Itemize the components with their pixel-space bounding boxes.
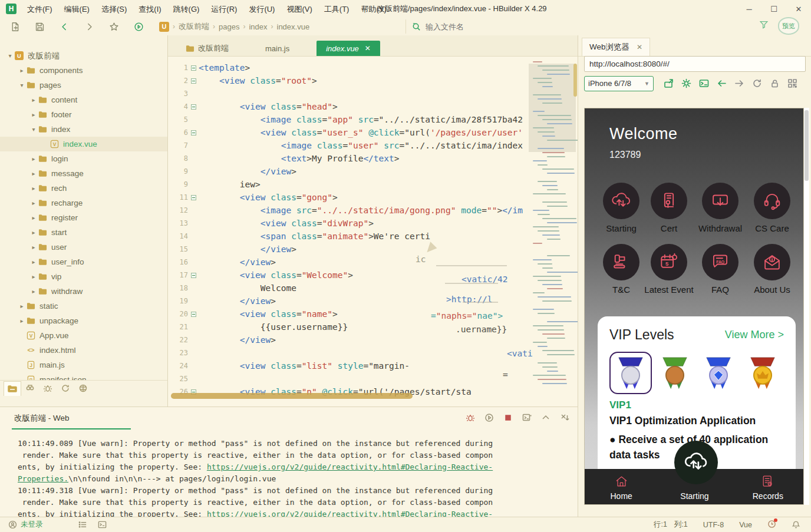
- close-tab-icon[interactable]: ✕: [637, 43, 642, 51]
- fold-marker[interactable]: [188, 104, 199, 110]
- collapse-panel-icon[interactable]: [541, 413, 550, 422]
- expand-arrow-icon[interactable]: ▸: [29, 288, 38, 295]
- fold-marker[interactable]: [188, 65, 199, 71]
- expand-arrow-icon[interactable]: ▸: [29, 200, 38, 206]
- tree-item-message[interactable]: ▸message: [0, 166, 168, 181]
- code-line[interactable]: 2 <view class="root">: [168, 74, 533, 87]
- code-line[interactable]: 5 <image class="app" src="../../static/i…: [168, 113, 533, 126]
- notifications-bell-icon[interactable]: [792, 520, 800, 529]
- breadcrumb-segment[interactable]: pages: [216, 22, 242, 31]
- code-line[interactable]: 24 <view class="list" style="margin-: [168, 359, 533, 372]
- code-line[interactable]: 11 <view class="gong">: [168, 191, 533, 204]
- code-line[interactable]: 8 <text>My Profile</text>: [168, 152, 533, 165]
- menu-item[interactable]: 视图(V): [281, 2, 318, 16]
- code-line[interactable]: 4 <view class="head">: [168, 100, 533, 113]
- code-line[interactable]: 15 </view>: [168, 243, 533, 256]
- code-line[interactable]: 7 <image class="user" src="../../static/…: [168, 139, 533, 152]
- editor-tab-main.js[interactable]: main.js: [256, 41, 299, 56]
- expand-arrow-icon[interactable]: ▸: [29, 97, 38, 103]
- tree-item-main.js[interactable]: Jmain.js: [0, 358, 168, 372]
- expand-arrow-icon[interactable]: ▸: [29, 214, 38, 221]
- tree-item-login[interactable]: ▸login: [0, 151, 168, 166]
- code-line[interactable]: 1<template>: [168, 61, 533, 74]
- language-mode[interactable]: Vue: [739, 521, 752, 529]
- starting-fab-button[interactable]: [674, 441, 718, 484]
- tree-item-rech[interactable]: ▸rech: [0, 181, 168, 196]
- editor-vertical-scrollbar[interactable]: [573, 64, 577, 97]
- code-line[interactable]: 6 <view class="user_s" @click="url('/pag…: [168, 126, 533, 139]
- expand-arrow-icon[interactable]: ▸: [18, 67, 26, 74]
- menu-item[interactable]: 运行(R): [205, 2, 243, 16]
- grid-circle[interactable]: [754, 183, 790, 219]
- code-line[interactable]: 12 <image src="../../static/ima/gong.png…: [168, 204, 533, 217]
- minimap[interactable]: [530, 61, 574, 401]
- tree-item--[interactable]: ▾U改版前端: [0, 48, 168, 63]
- search-view-icon[interactable]: [21, 381, 39, 396]
- fold-marker[interactable]: [188, 130, 199, 136]
- save-button[interactable]: [29, 19, 50, 34]
- tree-item-content[interactable]: ▸content: [0, 92, 168, 107]
- code-line[interactable]: 23: [168, 346, 533, 359]
- grid-item-Withdrawal[interactable]: Withdrawal: [694, 183, 746, 234]
- grid-item-Starting[interactable]: Starting: [595, 183, 647, 234]
- expand-arrow-icon[interactable]: ▾: [6, 52, 14, 59]
- menu-item[interactable]: 跳转(G): [167, 2, 206, 16]
- files-view-icon[interactable]: [4, 381, 21, 396]
- file-search[interactable]: [406, 19, 758, 34]
- debug-icon[interactable]: [466, 413, 475, 422]
- navigate-back-icon[interactable]: [713, 76, 730, 91]
- console-link[interactable]: https://vuejs.org/v2/guide/reactivity.ht…: [207, 462, 493, 471]
- tree-item-pages[interactable]: ▾pages: [0, 78, 168, 92]
- expand-arrow-icon[interactable]: ▸: [29, 273, 38, 280]
- editor-horizontal-scrollbar[interactable]: [168, 392, 578, 399]
- expand-arrow-icon[interactable]: ▾: [18, 82, 26, 88]
- console-tab[interactable]: 改版前端 - Web: [14, 413, 70, 424]
- grid-item-T-C[interactable]: T&C: [595, 244, 647, 296]
- expand-arrow-icon[interactable]: ▸: [29, 111, 38, 118]
- minimize-button[interactable]: ─: [737, 0, 761, 18]
- tree-item-register[interactable]: ▸register: [0, 210, 168, 225]
- code-lines[interactable]: 1<template>2 <view class="root">34 <view…: [168, 61, 533, 398]
- expand-arrow-icon[interactable]: ▾: [29, 126, 38, 133]
- close-button[interactable]: ✕: [786, 0, 811, 18]
- tree-item-manifest.json[interactable]: {}manifest.json: [0, 372, 168, 380]
- expand-arrow-icon[interactable]: ▸: [29, 229, 38, 236]
- forward-button[interactable]: [79, 19, 99, 34]
- menu-item[interactable]: 查找(I): [133, 2, 167, 16]
- tree-item-components[interactable]: ▸components: [0, 63, 168, 78]
- vip-medal-3[interactable]: [697, 352, 740, 394]
- tree-item-App.vue[interactable]: VApp.vue: [0, 328, 168, 343]
- menu-item[interactable]: 发行(U): [243, 2, 281, 16]
- sync-view-icon[interactable]: [57, 381, 74, 396]
- grid-circle[interactable]: [702, 183, 739, 219]
- menu-item[interactable]: 编辑(E): [58, 2, 95, 16]
- code-line[interactable]: 9 </view>: [168, 165, 533, 178]
- restart-icon[interactable]: [484, 413, 494, 422]
- login-status[interactable]: 未登录: [8, 520, 43, 530]
- vip-medal-2[interactable]: [654, 352, 696, 394]
- grid-circle[interactable]: [754, 244, 790, 280]
- code-line[interactable]: 3: [168, 87, 533, 100]
- expand-arrow-icon[interactable]: ▸: [29, 244, 38, 250]
- grid-item-About-Us[interactable]: About Us: [746, 244, 798, 296]
- menu-item[interactable]: 工具(T): [318, 2, 355, 16]
- filter-funnel-icon[interactable]: [759, 20, 769, 32]
- tree-item-index.html[interactable]: <>index.html: [0, 343, 168, 358]
- breadcrumb-segment[interactable]: index: [246, 22, 269, 31]
- code-line[interactable]: 9 iew>: [168, 178, 533, 191]
- tree-item-unpackage[interactable]: ▸unpackage: [0, 313, 168, 328]
- grid-circle[interactable]: 5: [651, 244, 687, 280]
- tree-item-user[interactable]: ▸user: [0, 240, 168, 255]
- fold-marker[interactable]: [188, 273, 199, 278]
- debug-view-icon[interactable]: [39, 381, 57, 396]
- new-file-button[interactable]: [5, 19, 25, 34]
- view-more-link[interactable]: View More >: [725, 329, 784, 341]
- refresh-icon[interactable]: [748, 76, 766, 91]
- tree-item-static[interactable]: ▸static: [0, 299, 168, 313]
- expand-arrow-icon[interactable]: ▸: [18, 303, 26, 309]
- grid-circle[interactable]: [603, 183, 639, 219]
- terminal-panel-icon[interactable]: [98, 520, 107, 529]
- qr-code-icon[interactable]: [783, 76, 801, 91]
- remote-view-icon[interactable]: [74, 381, 92, 396]
- grid-item-CS-Care[interactable]: CS Care: [746, 183, 798, 234]
